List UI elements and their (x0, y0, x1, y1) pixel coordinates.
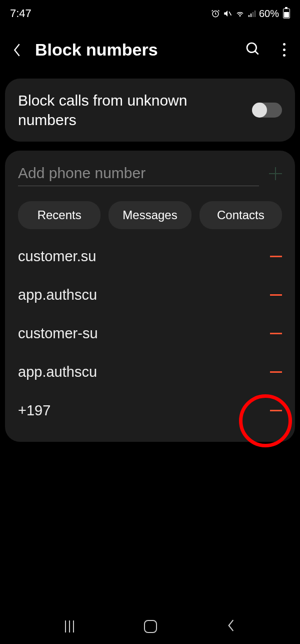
chip-recents[interactable]: Recents (18, 201, 100, 229)
alarm-icon (211, 9, 220, 18)
status-time: 7:47 (10, 7, 32, 20)
nav-back-icon[interactable] (227, 619, 235, 634)
battery-percentage: 60% (259, 8, 279, 20)
list-item: +197 (18, 391, 282, 430)
svg-rect-4 (250, 14, 252, 17)
status-bar: 7:47 60% (0, 0, 300, 25)
block-unknown-card: Block calls from unknown numbers (5, 79, 295, 142)
svg-line-8 (255, 51, 258, 55)
remove-icon[interactable] (270, 333, 282, 334)
blocked-name: app.authscu (18, 287, 97, 303)
list-item: customer-su (18, 314, 282, 353)
remove-icon[interactable] (270, 410, 282, 411)
back-icon[interactable] (10, 43, 24, 57)
wifi-icon (235, 9, 245, 18)
battery-icon (283, 9, 290, 19)
svg-point-2 (240, 16, 240, 17)
signal-icon (248, 10, 256, 18)
remove-icon[interactable] (270, 371, 282, 373)
svg-line-1 (229, 12, 232, 16)
page-title: Block numbers (35, 40, 234, 60)
add-number-row (18, 161, 282, 186)
plus-icon[interactable] (269, 167, 282, 180)
blocked-list-card: Recents Messages Contacts customer.su ap… (5, 151, 295, 442)
search-icon[interactable] (245, 41, 271, 59)
blocked-name: +197 (18, 402, 50, 419)
phone-input[interactable] (18, 161, 259, 186)
chip-messages[interactable]: Messages (108, 201, 191, 229)
blocked-name: customer-su (18, 325, 98, 342)
nav-home-icon[interactable] (144, 620, 157, 633)
status-right: 60% (211, 8, 290, 20)
block-unknown-label: Block calls from unknown numbers (18, 91, 242, 130)
svg-rect-6 (254, 11, 256, 17)
list-item: app.authscu (18, 353, 282, 391)
list-item: customer.su (18, 237, 282, 276)
svg-point-7 (247, 43, 256, 53)
remove-icon[interactable] (270, 294, 282, 296)
toggle-knob (252, 103, 267, 118)
blocked-name: app.authscu (18, 364, 97, 380)
chip-contacts[interactable]: Contacts (200, 201, 282, 229)
list-item: app.authscu (18, 276, 282, 314)
source-chips: Recents Messages Contacts (18, 201, 282, 229)
mute-icon (223, 9, 232, 18)
block-unknown-row[interactable]: Block calls from unknown numbers (18, 91, 282, 130)
nav-recents-icon[interactable] (65, 620, 74, 632)
remove-icon[interactable] (270, 256, 282, 257)
block-unknown-toggle[interactable] (252, 103, 282, 118)
blocked-name: customer.su (18, 248, 96, 265)
more-icon[interactable] (282, 42, 286, 58)
svg-rect-3 (248, 15, 250, 17)
svg-rect-5 (252, 12, 254, 17)
system-nav-bar (0, 609, 300, 644)
app-header: Block numbers (0, 25, 300, 70)
